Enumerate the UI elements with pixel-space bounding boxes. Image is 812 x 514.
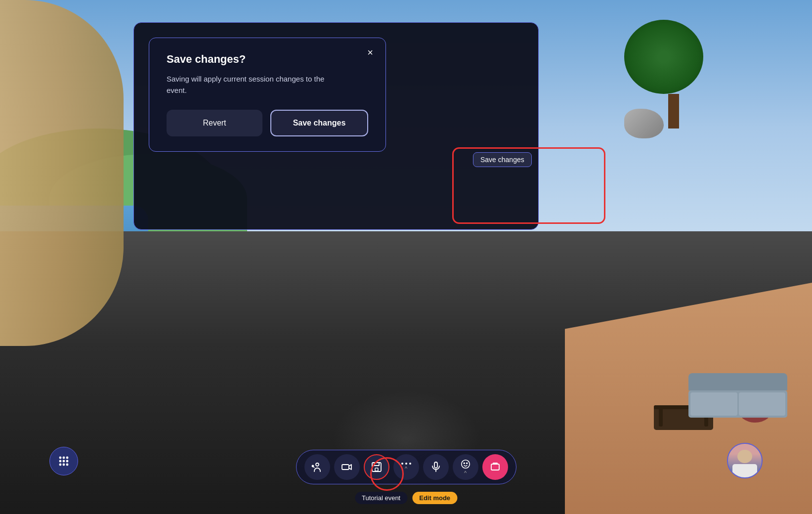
svg-point-0 [60, 457, 61, 459]
svg-rect-12 [372, 463, 381, 471]
phone-end-icon [489, 461, 501, 473]
grid-menu-button[interactable] [49, 447, 78, 475]
event-label: Tutorial event [355, 492, 407, 504]
dialog-title: Save changes? [167, 53, 368, 66]
save-disk-icon [371, 461, 383, 473]
avatar [728, 444, 762, 477]
emoji-button[interactable]: ^ [453, 454, 478, 480]
save-changes-button[interactable]: Save changes [270, 110, 368, 136]
chevron-up-icon: ^ [405, 466, 407, 471]
camera-icon [341, 461, 353, 473]
end-call-button[interactable] [482, 454, 508, 480]
svg-point-7 [63, 464, 65, 466]
svg-point-8 [67, 464, 68, 466]
dialog-body: Saving will apply current session change… [167, 74, 325, 96]
svg-point-1 [63, 457, 65, 459]
svg-rect-11 [342, 465, 349, 470]
svg-point-5 [67, 461, 68, 462]
grid-icon [58, 455, 70, 467]
mic-icon [430, 461, 442, 473]
dialog-modal: × Save changes? Saving will apply curren… [149, 38, 386, 152]
svg-point-3 [60, 461, 61, 462]
revert-button[interactable]: Revert [167, 110, 262, 136]
svg-rect-14 [434, 462, 437, 468]
save-button[interactable] [364, 454, 389, 480]
sofa [688, 373, 787, 418]
svg-point-9 [316, 463, 319, 466]
svg-point-10 [312, 466, 313, 467]
svg-point-4 [63, 461, 65, 462]
edit-mode-label: Edit mode [412, 492, 457, 504]
emoji-icon [460, 459, 471, 470]
svg-rect-19 [491, 464, 499, 470]
svg-rect-13 [375, 468, 378, 471]
presenter-icon [311, 461, 323, 473]
svg-point-6 [60, 464, 61, 466]
arch-left [0, 0, 124, 346]
bottom-label-bar: Tutorial event Edit mode [355, 492, 457, 504]
avatar-button[interactable] [727, 443, 763, 478]
svg-point-16 [461, 460, 470, 468]
more-dots-row [401, 463, 411, 465]
dialog-close-button[interactable]: × [363, 45, 378, 60]
dialog-actions: Revert Save changes [167, 110, 368, 136]
svg-point-18 [466, 463, 467, 464]
more-button[interactable]: ^ [393, 454, 419, 480]
svg-point-17 [464, 463, 465, 464]
avatar-head [737, 450, 752, 463]
svg-point-2 [67, 457, 68, 459]
save-tooltip: Save changes [473, 152, 532, 167]
avatar-shirt [732, 464, 757, 477]
presenter-button[interactable] [304, 454, 330, 480]
camera-button[interactable] [334, 454, 360, 480]
dialog-container: × Save changes? Saving will apply curren… [133, 22, 539, 230]
microphone-button[interactable] [423, 454, 449, 480]
emoji-chevron-icon: ^ [464, 470, 467, 476]
bottom-toolbar: ^ ^ [296, 450, 516, 484]
